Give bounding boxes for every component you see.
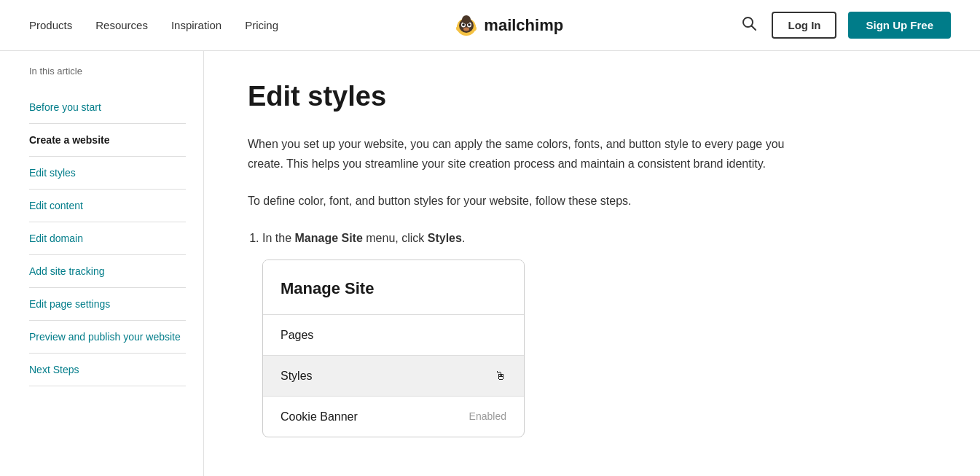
- manage-site-title: Manage Site: [281, 279, 374, 297]
- page-layout: In this article Before you start Create …: [0, 51, 980, 476]
- article-title: Edit styles: [248, 80, 816, 114]
- list-item: Preview and publish your website: [29, 321, 186, 354]
- manage-site-cookie-banner: Cookie Banner Enabled: [263, 396, 524, 437]
- svg-point-7: [469, 23, 471, 26]
- nav-inspiration[interactable]: Inspiration: [171, 19, 222, 31]
- manage-site-styles[interactable]: Styles 🖱: [263, 355, 524, 396]
- sidebar: In this article Before you start Create …: [0, 51, 204, 476]
- sidebar-item-edit-styles[interactable]: Edit styles: [29, 157, 186, 189]
- header-left: Products Resources Inspiration Pricing: [29, 19, 278, 32]
- cursor-icon: 🖱: [495, 366, 506, 386]
- svg-line-11: [752, 26, 756, 31]
- list-item: Edit content: [29, 190, 186, 222]
- sidebar-item-before-you-start[interactable]: Before you start: [29, 91, 186, 123]
- sidebar-item-next-steps[interactable]: Next Steps: [29, 354, 186, 386]
- header-right: Log In Sign Up Free: [738, 12, 951, 39]
- sidebar-item-edit-domain[interactable]: Edit domain: [29, 222, 186, 254]
- sidebar-item-create-website[interactable]: Create a website: [29, 124, 186, 156]
- signup-button[interactable]: Sign Up Free: [848, 12, 951, 39]
- site-header: Products Resources Inspiration Pricing: [0, 0, 980, 51]
- sidebar-item-preview-publish[interactable]: Preview and publish your website: [29, 321, 186, 353]
- list-item: Next Steps: [29, 354, 186, 386]
- step-text: In the Manage Site menu, click Styles.: [262, 232, 465, 244]
- bold-styles: Styles: [428, 232, 462, 244]
- list-item: Create a website: [29, 124, 186, 157]
- search-icon: [741, 15, 757, 31]
- svg-point-8: [463, 27, 469, 31]
- main-nav: Products Resources Inspiration Pricing: [29, 19, 278, 32]
- login-button[interactable]: Log In: [772, 12, 836, 39]
- article-step-intro: To define color, font, and button styles…: [248, 191, 816, 211]
- mailchimp-logo-text: mailchimp: [484, 16, 563, 35]
- nav-resources[interactable]: Resources: [95, 19, 148, 31]
- cookie-banner-badge: Enabled: [469, 408, 506, 426]
- steps-list: In the Manage Site menu, click Styles. M…: [262, 228, 816, 437]
- sidebar-item-edit-page-settings[interactable]: Edit page settings: [29, 288, 186, 320]
- manage-site-header: Manage Site: [263, 260, 524, 313]
- list-item: Before you start: [29, 91, 186, 124]
- manage-site-box: Manage Site Pages Styles 🖱 Cookie Banner…: [262, 260, 525, 437]
- svg-point-6: [463, 23, 466, 26]
- svg-point-9: [462, 15, 471, 24]
- nav-products[interactable]: Products: [29, 19, 72, 31]
- mailchimp-logo[interactable]: mailchimp: [453, 12, 563, 39]
- mailchimp-monkey-icon: [453, 12, 479, 39]
- manage-site-pages: Pages: [263, 314, 524, 355]
- bold-manage-site: Manage Site: [294, 232, 362, 244]
- list-item: Edit page settings: [29, 288, 186, 321]
- sidebar-section-title: In this article: [29, 66, 186, 77]
- sidebar-list: Before you start Create a website Edit s…: [29, 91, 186, 386]
- nav-pricing[interactable]: Pricing: [245, 19, 278, 31]
- article-intro: When you set up your website, you can ap…: [248, 134, 816, 173]
- search-button[interactable]: [738, 12, 760, 38]
- sidebar-item-add-site-tracking[interactable]: Add site tracking: [29, 255, 186, 287]
- list-item: In the Manage Site menu, click Styles. M…: [262, 228, 816, 437]
- header-center: mailchimp: [453, 12, 563, 39]
- main-content: Edit styles When you set up your website…: [204, 51, 860, 476]
- list-item: Add site tracking: [29, 255, 186, 288]
- list-item: Edit styles: [29, 157, 186, 190]
- sidebar-item-edit-content[interactable]: Edit content: [29, 190, 186, 222]
- list-item: Edit domain: [29, 222, 186, 255]
